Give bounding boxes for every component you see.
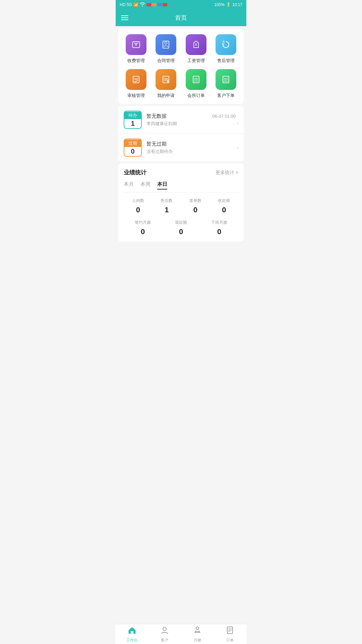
- expired-chevron-icon: ›: [237, 145, 238, 151]
- stat-off-duty: 下岗月嫂 0: [200, 220, 238, 236]
- aftersale-mgmt-icon-box: 售: [216, 34, 236, 55]
- status-wifi: [140, 2, 145, 7]
- stats-grid-row1: 上岗数 0 售后数 1 签单数 0 收款额 0: [124, 198, 238, 214]
- expired-right: ›: [237, 145, 238, 151]
- tab-week[interactable]: 本周: [140, 181, 150, 190]
- svg-point-4: [165, 42, 167, 44]
- customer-order-label: 客户下单: [217, 93, 235, 99]
- status-network: HD 5G: [120, 2, 132, 7]
- stat-signed-label: 签单数: [189, 198, 201, 204]
- page-title: 首页: [175, 14, 187, 22]
- stat-refund-label: 退款额: [175, 220, 187, 225]
- fee-mgmt-icon-box: ¥: [126, 34, 146, 55]
- tab-day[interactable]: 本日: [157, 181, 167, 190]
- expired-badge: 过期 0: [124, 139, 142, 157]
- stat-after-sale-value: 1: [165, 206, 169, 214]
- expired-sub-text: 没有过期待办: [146, 149, 237, 155]
- stat-signed: 签单数 0: [181, 198, 210, 214]
- pending-time: 06-07 01:00: [213, 114, 236, 119]
- stat-off-duty-label: 下岗月嫂: [211, 220, 227, 225]
- stat-refund: 退款额 0: [162, 220, 200, 236]
- stat-signed-nanny-value: 0: [141, 227, 145, 236]
- stat-signed-nanny: 签约月嫂 0: [124, 220, 162, 236]
- my-apply-icon-box: [156, 69, 176, 90]
- stat-on-duty: 上岗数 0: [124, 198, 153, 214]
- expired-badge-count: 0: [131, 147, 134, 156]
- icon-item-club-order[interactable]: 会所订单: [181, 69, 211, 99]
- app-header: 首页: [116, 9, 246, 26]
- menu-line-3: [121, 19, 128, 20]
- todo-item-pending[interactable]: 待办 1 暂无数据 李四健康证到期 06-07 01:00 ›: [118, 106, 244, 134]
- icon-item-fee-mgmt[interactable]: ¥ 收费管理: [121, 34, 151, 64]
- todo-item-expired[interactable]: 过期 0 暂无过期 没有过期待办 ›: [118, 134, 244, 161]
- expired-badge-title: 过期: [124, 140, 141, 147]
- pending-main-text: 暂无数据: [146, 113, 213, 119]
- svg-rect-15: [193, 76, 199, 83]
- pending-badge-count: 1: [131, 119, 134, 128]
- audit-mgmt-label: 审核管理: [127, 93, 145, 99]
- pending-badge-title: 待办: [124, 112, 141, 119]
- contract-mgmt-label: 合同管理: [157, 58, 175, 64]
- stat-received-label: 收款额: [218, 198, 230, 204]
- audit-mgmt-icon-box: [126, 69, 146, 90]
- pending-chevron-icon: ›: [237, 120, 238, 126]
- pending-sub-text: 李四健康证到期: [146, 121, 213, 127]
- icon-grid: ¥ 收费管理 合同管理 ¥ 工: [121, 34, 241, 99]
- status-left: HD 5G 📶: [120, 2, 167, 7]
- stat-after-sale: 售后数 1: [153, 198, 181, 214]
- contract-mgmt-icon-box: [156, 34, 176, 55]
- status-battery-percent: 100%: [214, 2, 225, 7]
- icon-item-customer-order[interactable]: 客户下单: [211, 69, 241, 99]
- battery-icon: 🔋: [226, 2, 231, 7]
- stat-after-sale-label: 售后数: [161, 198, 173, 204]
- icon-grid-section: ¥ 收费管理 合同管理 ¥ 工: [118, 29, 244, 104]
- aftersale-mgmt-label: 售后管理: [217, 58, 235, 64]
- svg-text:售: 售: [223, 40, 225, 43]
- expired-content: 暂无过期 没有过期待办: [146, 141, 237, 155]
- pending-content: 暂无数据 李四健康证到期: [146, 113, 213, 127]
- expired-main-text: 暂无过期: [146, 141, 237, 147]
- menu-button[interactable]: [121, 15, 128, 20]
- pending-badge: 待办 1: [124, 111, 142, 129]
- icon-item-contract-mgmt[interactable]: 合同管理: [151, 34, 181, 64]
- salary-mgmt-label: 工资管理: [187, 58, 205, 64]
- stat-signed-value: 0: [193, 206, 197, 214]
- stat-received-value: 0: [222, 206, 226, 214]
- stats-title: 业绩统计: [124, 169, 146, 176]
- svg-rect-19: [223, 76, 229, 83]
- status-time: 10:17: [232, 2, 242, 7]
- pending-right: 06-07 01:00 ›: [213, 114, 238, 126]
- status-icons: [146, 3, 167, 6]
- fee-mgmt-label: 收费管理: [127, 58, 145, 64]
- status-bar: HD 5G 📶 100% 🔋 10:17: [116, 0, 246, 9]
- svg-text:¥: ¥: [134, 42, 137, 47]
- svg-text:¥: ¥: [195, 43, 197, 47]
- stats-tabs: 本月 本周 本日: [124, 181, 238, 193]
- stat-refund-value: 0: [179, 227, 183, 236]
- status-right: 100% 🔋 10:17: [214, 2, 242, 7]
- todo-section: 待办 1 暂无数据 李四健康证到期 06-07 01:00 › 过期 0 暂无过…: [118, 106, 244, 161]
- stats-grid-row2: 签约月嫂 0 退款额 0 下岗月嫂 0: [124, 220, 238, 236]
- stat-received: 收款额 0: [210, 198, 239, 214]
- stats-header: 业绩统计 更多统计 >: [124, 169, 238, 176]
- stat-signed-nanny-label: 签约月嫂: [135, 220, 151, 225]
- icon-item-aftersale-mgmt[interactable]: 售 售后管理: [211, 34, 241, 64]
- stat-on-duty-value: 0: [136, 206, 140, 214]
- stats-more-button[interactable]: 更多统计 >: [216, 170, 238, 176]
- tab-month[interactable]: 本月: [124, 181, 134, 190]
- club-order-label: 会所订单: [187, 93, 205, 99]
- menu-line-2: [121, 17, 128, 18]
- stat-on-duty-label: 上岗数: [132, 198, 144, 204]
- icon-item-my-apply[interactable]: 我的申请: [151, 69, 181, 99]
- stat-off-duty-value: 0: [217, 227, 221, 236]
- menu-line-1: [121, 15, 128, 16]
- icon-item-audit-mgmt[interactable]: 审核管理: [121, 69, 151, 99]
- icon-item-salary-mgmt[interactable]: ¥ 工资管理: [181, 34, 211, 64]
- my-apply-label: 我的申请: [157, 93, 175, 99]
- customer-order-icon-box: [216, 69, 236, 90]
- stats-section: 业绩统计 更多统计 > 本月 本周 本日 上岗数 0 售后数 1 签单数 0 收…: [118, 163, 244, 241]
- club-order-icon-box: [186, 69, 206, 90]
- salary-mgmt-icon-box: ¥: [186, 34, 206, 55]
- status-signal: 📶: [133, 2, 138, 7]
